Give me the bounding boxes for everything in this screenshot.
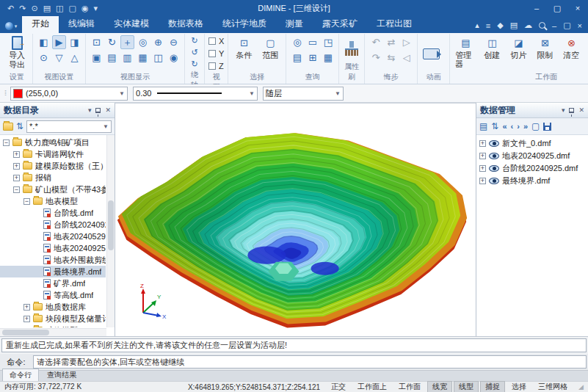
manage-files-icon[interactable]: ▤ — [479, 121, 487, 131]
prev-icon[interactable]: ‹ — [511, 122, 514, 131]
expand-toggle-icon[interactable] — [23, 304, 30, 311]
pin-icon[interactable] — [95, 108, 101, 113]
viewport-3d[interactable]: Z Y X — [115, 103, 476, 336]
open-folder-icon[interactable] — [3, 123, 13, 131]
zoom-in-icon[interactable]: ⊕ — [151, 35, 165, 49]
sort-icon[interactable]: ⇅ — [491, 121, 498, 131]
rotate-z-icon[interactable]: ↻ — [189, 59, 200, 69]
view-iso-icon[interactable]: ▦ — [136, 51, 150, 65]
select-range-button[interactable]: ▢ 范围 — [258, 35, 282, 60]
locate-icon[interactable]: ⊙ — [31, 0, 37, 16]
expand-toggle-icon[interactable] — [13, 151, 20, 158]
expand-toggle-icon[interactable] — [479, 178, 486, 184]
eye-icon[interactable] — [489, 165, 499, 172]
tree-item-selected[interactable]: 最终境界.dmf — [0, 266, 106, 277]
tab-command-line[interactable]: 命令行 — [2, 369, 39, 381]
pin-icon[interactable] — [569, 108, 574, 113]
face-limit-button[interactable]: ⊠ 限制 — [533, 35, 556, 60]
search-icon[interactable] — [539, 22, 545, 29]
tree-item[interactable]: 地表模型 — [0, 195, 106, 207]
toggle-workface[interactable]: 工作面 — [393, 381, 426, 392]
toggle-on-workface[interactable]: 工作面上 — [352, 381, 392, 392]
step-swap-icon[interactable]: ⇄ — [384, 35, 398, 49]
point-query-icon[interactable]: ⊞ — [305, 51, 319, 65]
rotate-y-icon[interactable]: ↺ — [189, 47, 200, 57]
tree-item[interactable]: 矿界.dmf — [0, 277, 106, 289]
child-minimize-icon[interactable]: – — [552, 21, 556, 30]
rotate-view-icon[interactable]: ↻ — [105, 35, 119, 49]
eye-icon[interactable] — [489, 178, 499, 184]
view-top-icon[interactable]: ▤ — [105, 51, 119, 65]
expand-toggle-icon[interactable] — [479, 153, 486, 159]
tree-item[interactable]: 卡调路网软件 — [0, 148, 106, 160]
minimize-button[interactable]: – — [526, 0, 547, 16]
visibility-icon[interactable]: ◉ — [167, 51, 181, 65]
new-file-icon[interactable]: ▢ — [531, 121, 540, 131]
face-manager-button[interactable]: ▤ 管理器 — [454, 35, 477, 69]
select-condition-button[interactable]: ⊡ 条件 — [232, 35, 255, 60]
tab-query-results[interactable]: 查询结果 — [40, 369, 83, 381]
tree-item[interactable]: 矿体模型 — [0, 324, 106, 327]
expand-toggle-icon[interactable] — [3, 139, 10, 146]
last-icon[interactable]: » — [523, 122, 528, 131]
expand-toggle-icon[interactable] — [23, 327, 30, 328]
app-menu-button[interactable]: ▾ — [0, 22, 22, 33]
find-icon[interactable]: ◎ — [290, 35, 304, 49]
panel-close-icon[interactable]: ✕ — [105, 106, 111, 114]
render-mode-icon[interactable]: ▶ — [52, 35, 66, 49]
toggle-line-type[interactable]: 线型 — [454, 381, 479, 392]
qat-more-icon[interactable]: ▾ — [93, 0, 98, 16]
next-icon[interactable]: › — [517, 122, 520, 131]
undo-icon[interactable]: ↶ — [7, 0, 14, 16]
expand-toggle-icon[interactable] — [13, 163, 20, 170]
horizontal-scrollbar[interactable] — [0, 328, 106, 336]
toggle-3d-grid[interactable]: 三维网格 — [533, 381, 573, 392]
limit-y-checkbox[interactable]: Y — [208, 48, 224, 59]
list-item[interactable]: 最终境界.dmf — [476, 175, 588, 187]
eye-icon[interactable] — [489, 153, 499, 159]
tab-line-edit[interactable]: 线编辑 — [59, 15, 104, 33]
collapse-ribbon-icon[interactable]: ▴ — [475, 21, 479, 30]
shade-mode-icon[interactable]: ◨ — [68, 35, 81, 49]
toggle-ortho[interactable]: 正交 — [326, 381, 351, 392]
layers-icon[interactable]: ▤ — [43, 0, 51, 16]
center-view-icon[interactable]: ◎ — [136, 35, 150, 49]
light-icon[interactable]: △ — [68, 51, 81, 65]
property-brush-icon[interactable] — [343, 41, 360, 56]
tree-item[interactable]: 地表外围裁剪线.dmf — [0, 254, 106, 266]
record-icon[interactable]: ◉ — [81, 0, 89, 16]
maximize-button[interactable]: ▢ — [547, 0, 567, 16]
view-front-icon[interactable]: ▣ — [90, 51, 104, 65]
style-icon[interactable]: ◆ — [497, 21, 503, 30]
sheet-icon[interactable]: ▤ — [510, 21, 518, 30]
filter-icon[interactable]: ▽ — [52, 51, 66, 65]
panel-menu-icon[interactable]: ▾ — [88, 106, 92, 114]
limit-x-checkbox[interactable]: X — [208, 35, 224, 46]
layer-query-icon[interactable]: ▤ — [290, 51, 304, 65]
list-item[interactable]: 新文件_0.dmf — [476, 137, 588, 150]
scrollbar-thumb[interactable] — [2, 330, 49, 335]
color-combo[interactable]: (255,0,0) ▼ — [10, 87, 128, 101]
tree-item[interactable]: 地表20240529.dmf — [0, 231, 106, 242]
toggle-select[interactable]: 选择 — [507, 381, 531, 392]
expand-toggle-icon[interactable] — [13, 175, 20, 181]
step-back-icon[interactable]: ◁ — [399, 51, 413, 65]
command-input[interactable]: 请选择需要配色的实体,回车或空格键继续 — [33, 355, 587, 369]
rotate-x-icon[interactable]: ↻ — [189, 35, 200, 46]
tree-item[interactable]: 地表20240925.dmf — [0, 242, 106, 254]
import-export-button[interactable]: 导入 导出 — [5, 35, 29, 70]
copy-attr-icon[interactable]: ◳ — [321, 35, 335, 49]
tree-item[interactable]: 台阶线.dmf — [0, 207, 106, 219]
tab-home[interactable]: 开始 — [22, 15, 59, 33]
limit-z-checkbox[interactable]: Z — [208, 60, 224, 71]
tab-data-table[interactable]: 数据表格 — [159, 15, 213, 33]
tree-item[interactable]: 地质数据库 — [0, 301, 106, 313]
view-multi-icon[interactable]: ◫ — [151, 51, 165, 65]
cloud-icon[interactable]: ☁ — [524, 21, 532, 30]
tree-item[interactable]: 台阶线20240925.dmf — [0, 219, 106, 231]
child-close-icon[interactable]: × — [578, 21, 582, 30]
zoom-out-icon[interactable]: ⊖ — [167, 35, 181, 49]
resize-grip[interactable]: ◢ — [578, 383, 584, 391]
display-config-icon[interactable]: ◧ — [37, 35, 51, 49]
window-tile-icon[interactable]: ◫ — [56, 0, 63, 16]
